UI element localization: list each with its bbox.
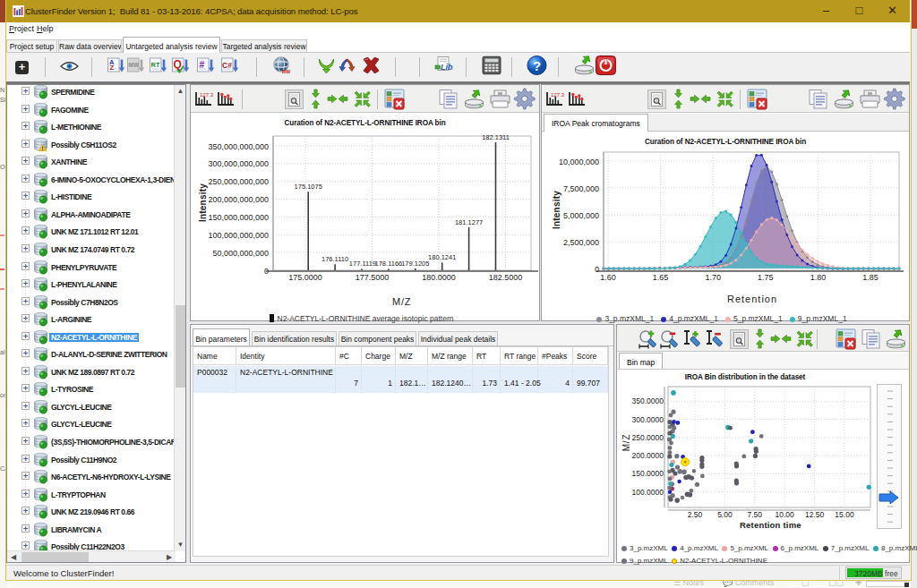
svg-text:BW: BW [282, 69, 291, 74]
svg-text:12.50: 12.50 [805, 510, 825, 519]
svg-text:10,000,000: 10,000,000 [559, 158, 599, 166]
svg-text:#: # [200, 59, 205, 70]
svg-text:150,000,000,000: 150,000,000,000 [208, 213, 269, 222]
svg-text:10.00: 10.00 [776, 510, 795, 519]
svg-text:0: 0 [595, 265, 599, 274]
svg-text:1.75: 1.75 [758, 273, 774, 282]
svg-text:2,500,000: 2,500,000 [563, 238, 599, 247]
svg-text:2.50: 2.50 [688, 510, 703, 519]
svg-text:1.65: 1.65 [653, 273, 669, 282]
svg-text:177.5000: 177.5000 [356, 273, 390, 282]
svg-text:150.0000: 150.0000 [632, 469, 664, 478]
svg-text:350.0000: 350.0000 [632, 396, 664, 405]
svg-text:5.00: 5.00 [717, 510, 733, 519]
svg-text:100,000,000,000: 100,000,000,000 [208, 231, 269, 240]
svg-text:1.80: 1.80 [810, 273, 827, 282]
svg-text:175.1075: 175.1075 [295, 183, 322, 191]
svg-text:7.50: 7.50 [748, 510, 763, 519]
svg-text:300.0000: 300.0000 [632, 415, 664, 424]
svg-text:50,000,000,000: 50,000,000,000 [212, 249, 269, 258]
svg-text:1.85: 1.85 [862, 273, 878, 282]
svg-text:180.1241: 180.1241 [428, 253, 456, 261]
svg-text:100.0000: 100.0000 [632, 488, 664, 497]
svg-text:7,500,000: 7,500,000 [563, 184, 599, 193]
svg-text:300,000,000,000: 300,000,000,000 [208, 159, 269, 168]
svg-text:250,000,000,000: 250,000,000,000 [208, 177, 269, 186]
svg-text:177.1119: 177.1119 [349, 260, 376, 268]
svg-text:350,000,000,000: 350,000,000,000 [208, 142, 269, 151]
svg-text:178.1166: 178.1166 [375, 260, 403, 268]
svg-text:200.0000: 200.0000 [632, 451, 664, 460]
svg-text:0: 0 [264, 267, 269, 276]
svg-text:Z: Z [110, 64, 115, 72]
svg-text:175.0000: 175.0000 [288, 273, 322, 282]
svg-text:1.70: 1.70 [705, 273, 721, 282]
svg-text:Q: Q [174, 58, 182, 71]
svg-text:182.1311: 182.1311 [482, 133, 510, 141]
svg-text:C#: C# [222, 61, 232, 70]
svg-text:179.1205: 179.1205 [401, 260, 429, 268]
svg-text:RT: RT [151, 61, 160, 69]
svg-text:182.5000: 182.5000 [489, 273, 523, 282]
svg-text:1.60: 1.60 [600, 273, 616, 282]
svg-text:176.1110: 176.1110 [321, 255, 348, 263]
svg-text:180.0000: 180.0000 [422, 273, 456, 282]
svg-text:250.0000: 250.0000 [632, 433, 664, 442]
svg-text:Lib: Lib [441, 63, 453, 72]
svg-text:MW: MW [129, 62, 140, 68]
svg-text:181.1277: 181.1277 [455, 218, 483, 226]
svg-text:200,000,000,000: 200,000,000,000 [208, 195, 269, 204]
svg-text:5,000,000: 5,000,000 [563, 211, 599, 220]
svg-text:15.00: 15.00 [835, 510, 854, 519]
svg-text:?: ? [533, 58, 541, 73]
